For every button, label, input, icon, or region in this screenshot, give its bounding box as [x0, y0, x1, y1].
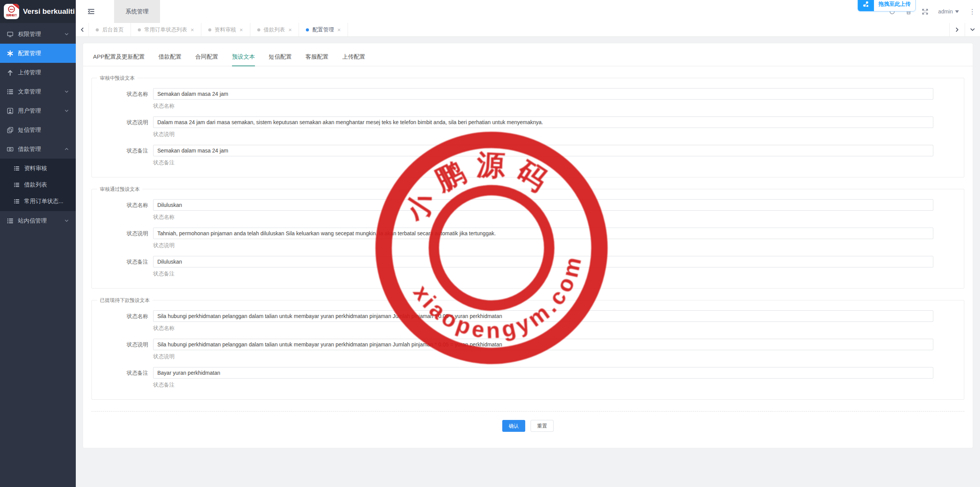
chevron-up-icon	[64, 147, 69, 151]
field-label: 状态说明	[92, 116, 153, 138]
header-tab-system[interactable]: 系统管理	[114, 0, 160, 23]
field-label: 状态备注	[92, 256, 153, 277]
tabs-menu-dropdown[interactable]	[965, 23, 980, 36]
form-row: 状态说明 状态说明	[92, 116, 933, 138]
sidebar-item-users[interactable]: 用户管理	[0, 101, 76, 120]
status-name-input[interactable]	[153, 199, 933, 211]
chevron-down-icon	[64, 108, 69, 113]
tab-data-review[interactable]: 资料审核 ×	[201, 23, 250, 36]
field-help: 状态备注	[153, 382, 933, 389]
status-desc-input[interactable]	[153, 339, 933, 350]
sidebar-item-data-review[interactable]: 资料审核	[0, 160, 76, 177]
sidebar-item-order-status[interactable]: 常用订单状态...	[0, 193, 76, 210]
field-help: 状态备注	[153, 159, 933, 166]
tab-loan-list[interactable]: 借款列表 ×	[250, 23, 299, 36]
config-tabs: APP配置及更新配置 借款配置 合同配置 预设文本 短信配置 客服配置 上传配置	[83, 43, 973, 66]
sidebar-item-label: 常用订单状态...	[24, 198, 64, 205]
sidebar-item-label: 站内信管理	[18, 217, 47, 225]
user-menu[interactable]: admin	[938, 8, 959, 15]
sidebar-item-upload[interactable]: 上传管理	[0, 63, 76, 82]
sidebar-item-label: 权限管理	[18, 31, 41, 38]
tab-close-icon[interactable]: ×	[240, 27, 243, 33]
field-help: 状态说明	[153, 242, 933, 249]
tabs-scroll-right[interactable]	[949, 23, 965, 36]
tab-dot	[208, 28, 211, 31]
page-tabbar: 后台首页 常用订单状态列表 × 资料审核 × 借款列表 × 配置管理 ×	[76, 23, 980, 37]
tab-close-icon[interactable]: ×	[191, 27, 194, 33]
app-title: Versi berkualiti	[23, 7, 75, 16]
tab-home[interactable]: 后台首页	[89, 23, 131, 36]
sidebar-item-permissions[interactable]: 权限管理	[0, 25, 76, 44]
top-header: 系统管理 admin ⋮ 拖拽至此上传	[76, 0, 980, 23]
fullscreen-icon[interactable]	[922, 8, 928, 15]
confirm-button[interactable]: 确认	[502, 420, 525, 432]
tab-config[interactable]: 配置管理 ×	[299, 23, 348, 36]
tabbar-spacer	[348, 23, 949, 36]
sidebar-item-label: 文章管理	[18, 88, 41, 95]
tab-close-icon[interactable]: ×	[337, 27, 341, 33]
logo-row: 招商银行 Versi berkualiti	[0, 0, 76, 23]
sidebar-collapse-icon[interactable]	[87, 8, 95, 15]
field-help: 状态说明	[153, 131, 933, 138]
copy-icon	[7, 127, 13, 133]
sidebar-item-label: 短信管理	[18, 126, 41, 134]
section-approved: 审核通过预设文本 状态名称 状态名称 状态说明 状态说明 状态	[91, 189, 964, 289]
form-row: 状态备注 状态备注	[92, 256, 933, 277]
chevron-down-icon	[64, 218, 69, 223]
chevron-down-icon	[64, 32, 69, 36]
status-desc-input[interactable]	[153, 228, 933, 239]
chevron-down-icon	[64, 89, 69, 94]
status-name-input[interactable]	[153, 310, 933, 322]
status-remark-input[interactable]	[153, 367, 933, 379]
sidebar-item-label: 资料审核	[24, 165, 47, 172]
config-tab-upload[interactable]: 上传配置	[342, 53, 365, 66]
reset-button[interactable]: 重置	[531, 420, 554, 432]
section-withdrawn-pending: 已提现待下款预设文本 状态名称 状态名称 状态说明 状态说明	[91, 300, 964, 400]
loans-submenu: 资料审核 借款列表 常用订单状态...	[0, 159, 76, 211]
main-area: APP配置及更新配置 借款配置 合同配置 预设文本 短信配置 客服配置 上传配置…	[76, 37, 980, 487]
sidebar-item-site-mail[interactable]: 站内信管理	[0, 211, 76, 230]
monitor-icon	[7, 31, 13, 38]
form-actions: 确认 重置	[83, 412, 973, 432]
field-help: 状态名称	[153, 325, 933, 332]
asterisk-icon	[7, 50, 13, 57]
tab-label: 资料审核	[215, 26, 236, 33]
status-remark-input[interactable]	[153, 256, 933, 267]
sidebar-item-config[interactable]: 配置管理	[0, 44, 76, 63]
config-tab-sms[interactable]: 短信配置	[269, 53, 292, 66]
tab-dot	[96, 28, 99, 31]
upload-hint-label: 拖拽至此上传	[874, 0, 915, 11]
sidebar-item-articles[interactable]: 文章管理	[0, 82, 76, 101]
drag-upload-widget[interactable]: 拖拽至此上传	[858, 0, 916, 11]
config-tab-loan[interactable]: 借款配置	[158, 53, 181, 66]
sidebar-item-loan-list[interactable]: 借款列表	[0, 177, 76, 193]
section-legend: 审核通过预设文本	[97, 186, 142, 193]
status-desc-input[interactable]	[153, 116, 933, 128]
list-icon	[7, 218, 13, 224]
list-icon	[14, 198, 20, 204]
sidebar-item-sms[interactable]: 短信管理	[0, 120, 76, 139]
tab-close-icon[interactable]: ×	[289, 27, 292, 33]
tab-label: 配置管理	[312, 26, 334, 33]
sidebar-item-loans[interactable]: 借款管理	[0, 139, 76, 159]
banknote-icon	[7, 146, 13, 152]
config-tab-contract[interactable]: 合同配置	[195, 53, 218, 66]
field-help: 状态说明	[153, 353, 933, 360]
config-tab-preset-text[interactable]: 预设文本	[232, 53, 255, 66]
bank-emblem-icon	[8, 6, 15, 13]
sidebar-item-label: 用户管理	[18, 107, 41, 115]
status-remark-input[interactable]	[153, 145, 933, 156]
config-card: APP配置及更新配置 借款配置 合同配置 预设文本 短信配置 客服配置 上传配置…	[83, 43, 973, 448]
list-icon	[14, 166, 20, 171]
field-label: 状态名称	[92, 199, 153, 221]
form-row: 状态名称 状态名称	[92, 88, 933, 110]
config-tab-service[interactable]: 客服配置	[305, 53, 328, 66]
tabs-scroll-left[interactable]	[76, 23, 89, 36]
more-options-icon[interactable]: ⋮	[969, 8, 975, 15]
tab-order-status-list[interactable]: 常用订单状态列表 ×	[131, 23, 201, 36]
config-tab-app[interactable]: APP配置及更新配置	[93, 53, 145, 66]
status-name-input[interactable]	[153, 88, 933, 100]
tab-dot	[138, 28, 141, 31]
form-row: 状态说明 状态说明	[92, 339, 933, 360]
form-row: 状态名称 状态名称	[92, 310, 933, 332]
